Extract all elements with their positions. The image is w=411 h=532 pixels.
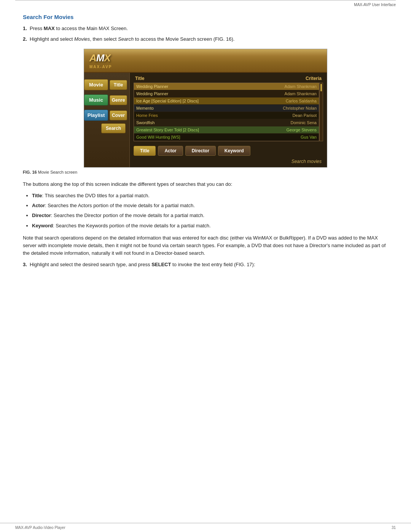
step-3-text: Highlight and select the desired search … [30,262,255,267]
section-title: Search For Movies [23,14,388,20]
row-title: Ice Age [Special Edition] [2 Discs] [136,99,263,103]
result-row[interactable]: Home Fries Dean Parisot [134,112,319,119]
note-paragraph: Note that search operations depend on th… [23,234,388,257]
step-1-text: Press MAX to access the Main MAX Screen. [30,26,128,31]
col-criteria-header: Criteria [306,76,322,81]
header-label: MAX-AVP User Interface [0,3,396,10]
top-rule [15,0,396,3]
bullet-actor-bold: Actor [32,203,45,208]
row-criteria: Gus Van [263,135,317,139]
result-row[interactable]: Wedding Planner Adam Shankman [134,83,319,90]
tab-director[interactable]: Director [185,146,216,156]
scrollbar-thumb[interactable] [320,84,322,91]
step-2-movies: Movies [74,36,90,42]
search-movies-label: Search movies [134,159,323,164]
footer-left: MAX-AVP Audio-Video Player [15,526,65,530]
row-criteria: George Stevens [263,128,317,132]
bullet-actor: Actor: Searches the Actors portion of th… [32,202,388,209]
bullet-title: Title: This searches the DVD titles for … [32,192,388,200]
tab-title[interactable]: Title [134,146,156,156]
row-criteria: Adam Shankman [263,91,317,96]
subnav-search-button[interactable]: Search [101,123,126,133]
result-row[interactable]: Ice Age [Special Edition] [2 Discs] Carl… [134,97,319,105]
logo-area: AMX MAX-AVP [89,52,112,69]
results-scroll-wrap: Wedding Planner Adam Shankman Wedding Pl… [134,83,323,141]
row-title: Wedding Planner [136,91,263,96]
nav-row-playlist: Playlist Cover [84,108,129,122]
screen-body: Movie Title Music Genre Playlist Cover S… [84,73,327,167]
screen-header: AMX MAX-AVP [84,49,327,73]
nav-row-search: Search [84,123,129,133]
amx-logo: AMX [89,52,112,64]
nav-row-music: Music Genre [84,93,129,107]
bottom-tabs: Title Actor Director Keyword [134,144,323,157]
col-title-header: Title [135,76,144,81]
step-3: 3. Highlight and select the desired sear… [23,261,388,268]
main-content: Search For Movies 1. Press MAX to access… [23,10,388,268]
bullet-keyword: Keyword: Searches the Keywords portion o… [32,222,388,230]
bullet-title-bold: Title [32,193,42,198]
results-header: Title Criteria [134,76,323,81]
footer-right: 31 [392,526,396,530]
bullet-director: Director: Searches the Director portion … [32,212,388,219]
subnav-title-button[interactable]: Title [110,80,127,90]
tab-keyword[interactable]: Keyword [218,146,250,156]
row-title: Wedding Planner [136,84,263,89]
nav-music-button[interactable]: Music [84,94,108,105]
row-criteria: Dominic Sena [263,120,317,125]
step-2-search: Search [118,36,134,42]
row-title: Memento [136,106,263,110]
step-1-bold: MAX [44,26,55,31]
nav-movie-button[interactable]: Movie [84,79,108,90]
row-criteria: Adam Shankman [263,84,317,89]
subnav-genre-button[interactable]: Genre [110,95,127,105]
right-panel: Title Criteria Wedding Planner Adam Shan… [130,73,327,167]
left-nav: Movie Title Music Genre Playlist Cover S… [84,73,130,167]
row-criteria: Carlos Saldanha [263,99,317,103]
fig-text: Movie Search screen [38,170,77,174]
result-row[interactable]: Wedding Planner Adam Shankman [134,90,319,97]
body-paragraph: The buttons along the top of this screen… [23,181,388,188]
results-list: Wedding Planner Adam Shankman Wedding Pl… [134,83,319,141]
scrollbar[interactable] [319,83,323,141]
step-1-number: 1. [23,25,27,32]
result-row[interactable]: Greatest Story Ever Told [2 Discs] Georg… [134,126,319,134]
result-row[interactable]: Good Will Hunting [WS] Gus Van [134,134,319,141]
step-1: 1. Press MAX to access the Main MAX Scre… [23,25,388,32]
tab-actor[interactable]: Actor [158,146,183,156]
bullet-keyword-bold: Keyword [32,223,53,228]
footer: MAX-AVP Audio-Video Player 31 [0,523,411,532]
nav-playlist-button[interactable]: Playlist [84,110,108,121]
result-row[interactable]: Memento Christopher Nolan [134,105,319,112]
row-title: Greatest Story Ever Told [2 Discs] [136,128,263,132]
step-2-text: Highlight and select Movies, then select… [30,36,234,42]
step-3-bold: SELECT [151,262,171,267]
bullet-director-bold: Director [32,212,51,218]
step-2: 2. Highlight and select Movies, then sel… [23,35,388,43]
row-criteria: Dean Parisot [263,113,317,118]
row-criteria: Christopher Nolan [263,106,317,110]
step-2-number: 2. [23,35,27,43]
bullet-list: Title: This searches the DVD titles for … [32,192,388,230]
result-row[interactable]: Swordfish Dominic Sena [134,119,319,126]
row-title: Home Fries [136,113,263,118]
row-title: Swordfish [136,120,263,125]
amx-subtitle: MAX-AVP [89,65,112,69]
subnav-cover-button[interactable]: Cover [110,110,127,120]
step-3-number: 3. [23,261,27,268]
screenshot: AMX MAX-AVP Movie Title Music Genre Play… [84,49,327,168]
nav-row-movie: Movie Title [84,78,129,92]
fig-caption: FIG. 16 Movie Search screen [23,170,388,174]
fig-label: FIG. 16 [23,170,37,174]
row-title: Good Will Hunting [WS] [136,135,263,139]
